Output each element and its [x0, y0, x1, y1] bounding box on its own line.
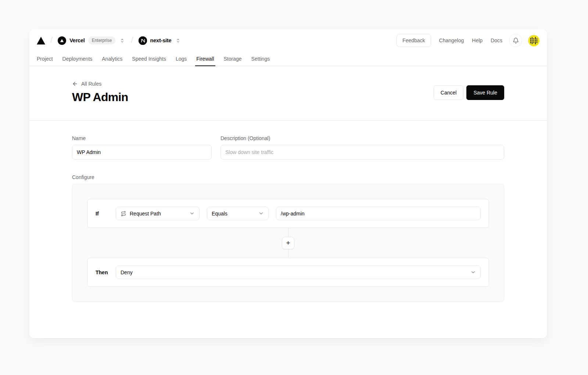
if-condition-card: If Request Path Equals [87, 199, 489, 228]
configure-box: If Request Path Equals [72, 184, 504, 302]
changelog-link[interactable]: Changelog [439, 38, 464, 43]
condition-operator-value: Equals [212, 211, 255, 217]
rule-form: Name Description (Optional) Configure If [29, 121, 547, 317]
project-name: next-site [150, 38, 172, 43]
help-link[interactable]: Help [472, 38, 483, 43]
route-icon [121, 211, 126, 217]
project-avatar [139, 36, 147, 45]
notifications-button[interactable] [509, 34, 522, 47]
project-nav-tabs: Project Deployments Analytics Speed Insi… [29, 51, 547, 66]
breadcrumb-label: All Rules [81, 81, 101, 87]
tab-analytics[interactable]: Analytics [102, 51, 122, 66]
chevron-updown-icon[interactable] [119, 37, 126, 44]
app-window: / Vercel Enterprise / next-site [29, 29, 547, 338]
tab-storage[interactable]: Storage [224, 51, 242, 66]
tab-settings[interactable]: Settings [251, 51, 270, 66]
if-condition-controls: Request Path Equals [116, 207, 481, 220]
chevron-down-icon [258, 211, 264, 216]
page-header-left: All Rules WP Admin [72, 81, 128, 104]
bell-icon [513, 38, 519, 44]
name-input[interactable] [72, 145, 212, 160]
vercel-logo-icon [37, 37, 45, 44]
name-label: Name [72, 135, 212, 141]
tab-speed-insights[interactable]: Speed Insights [132, 51, 166, 66]
tab-firewall[interactable]: Firewall [196, 51, 214, 66]
description-field-group: Description (Optional) [220, 135, 504, 160]
action-value: Deny [121, 269, 467, 275]
description-input[interactable] [220, 145, 504, 160]
feedback-button[interactable]: Feedback [397, 34, 431, 47]
save-rule-button[interactable]: Save Rule [466, 85, 504, 100]
then-action-controls: Deny [116, 265, 481, 279]
condition-value-input[interactable] [276, 207, 481, 220]
team-name: Vercel [69, 38, 85, 43]
breadcrumb-slash-icon: / [50, 35, 53, 45]
configure-section: Configure If Request Path [72, 174, 504, 302]
chevron-down-icon [470, 269, 476, 275]
if-label: If [96, 211, 116, 217]
top-bar: / Vercel Enterprise / next-site [29, 29, 547, 51]
top-bar-right: Feedback Changelog Help Docs [397, 34, 539, 47]
page-header-actions: Cancel Save Rule [434, 85, 504, 100]
plus-icon: + [286, 239, 290, 246]
team-switcher[interactable]: Vercel Enterprise [58, 36, 126, 45]
rule-meta-fields: Name Description (Optional) [72, 135, 504, 160]
user-avatar[interactable] [528, 35, 539, 46]
plan-badge: Enterprise [88, 36, 116, 44]
page-header: All Rules WP Admin Cancel Save Rule [29, 66, 547, 121]
condition-operator-dropdown[interactable]: Equals [207, 207, 269, 220]
docs-link[interactable]: Docs [491, 38, 502, 43]
name-field-group: Name [72, 135, 212, 160]
team-avatar [58, 36, 66, 45]
page-title: WP Admin [72, 90, 128, 104]
tab-logs[interactable]: Logs [176, 51, 187, 66]
tab-project[interactable]: Project [37, 51, 53, 66]
cancel-button[interactable]: Cancel [434, 85, 464, 100]
top-bar-left: / Vercel Enterprise / next-site [37, 36, 182, 45]
configure-label: Configure [72, 174, 504, 180]
then-label: Then [96, 269, 116, 275]
chevron-down-icon [189, 211, 195, 216]
description-label: Description (Optional) [220, 135, 504, 141]
action-dropdown[interactable]: Deny [116, 265, 481, 279]
condition-field-value: Request Path [130, 211, 186, 217]
then-action-card: Then Deny [87, 258, 489, 287]
add-condition-button[interactable]: + [282, 237, 294, 249]
breadcrumb[interactable]: All Rules [72, 81, 128, 87]
tab-deployments[interactable]: Deployments [62, 51, 93, 66]
project-switcher[interactable]: next-site [139, 36, 182, 45]
breadcrumb-slash-icon: / [131, 35, 133, 45]
chevron-updown-icon[interactable] [175, 37, 182, 44]
back-arrow-icon [72, 81, 78, 87]
condition-connector: + [87, 228, 489, 258]
condition-field-dropdown[interactable]: Request Path [116, 207, 200, 220]
